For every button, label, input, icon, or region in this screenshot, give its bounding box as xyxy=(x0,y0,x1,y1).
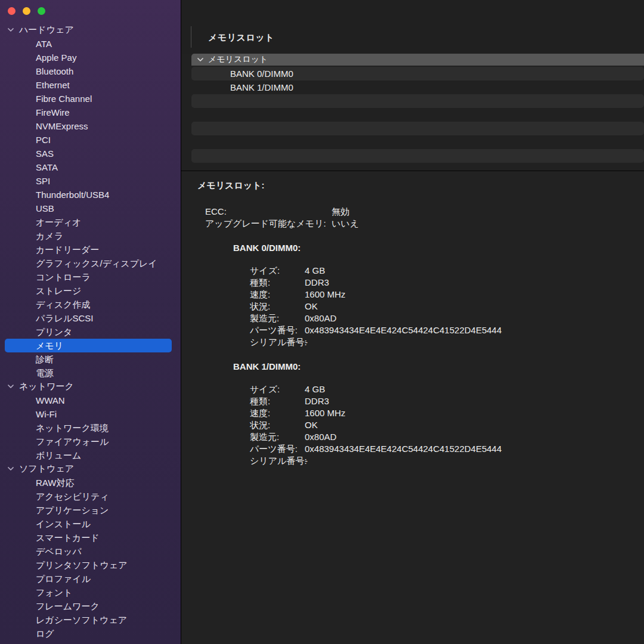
bank-sections: BANK 0/DIMM0:サイズ:4 GB種類:DDR3速度:1600 MHz状… xyxy=(197,243,632,467)
sidebar-item[interactable]: ログ xyxy=(5,627,172,640)
sidebar-item[interactable]: ディスク作成 xyxy=(5,298,172,311)
sidebar-item[interactable]: SATA xyxy=(5,160,172,174)
detail-label: 製造元: xyxy=(250,312,305,324)
sidebar-item-label: RAW対応 xyxy=(36,478,74,488)
table-row[interactable]: BANK 0/DIMM0 xyxy=(191,67,644,80)
sidebar-item-label: カードリーダー xyxy=(36,244,99,255)
sidebar-item[interactable]: RAW対応 xyxy=(5,476,172,490)
sidebar-item[interactable]: ATA xyxy=(5,37,172,51)
sidebar-item[interactable]: Fibre Channel xyxy=(5,92,172,106)
chevron-down-icon xyxy=(8,385,14,389)
sidebar-item[interactable]: SPI xyxy=(5,174,172,188)
sidebar-item-label: 電源 xyxy=(36,368,54,378)
sidebar-item[interactable]: ボリューム xyxy=(5,448,172,462)
sidebar-item[interactable]: フレームワーク xyxy=(5,599,172,613)
sidebar-item[interactable]: レガシーソフトウェア xyxy=(5,613,172,627)
sidebar-item[interactable]: ネットワーク環境 xyxy=(5,421,172,435)
sidebar-item-label: ディスク作成 xyxy=(36,299,90,309)
detail-row: 速度:1600 MHz xyxy=(197,407,632,419)
sidebar-item[interactable]: Thunderbolt/USB4 xyxy=(5,188,172,202)
summary-row: ECC:無効 xyxy=(197,206,632,218)
zoom-button[interactable] xyxy=(38,7,45,15)
sidebar-section-0[interactable]: ハードウェア xyxy=(0,23,181,37)
sidebar-item-label: Bluetooth xyxy=(36,66,73,76)
minimize-button[interactable] xyxy=(23,7,30,15)
sidebar-item[interactable]: PCI xyxy=(5,133,172,147)
detail-value: 4 GB xyxy=(305,265,325,277)
sidebar-item[interactable]: インストール xyxy=(5,517,172,531)
sidebar-item[interactable]: デベロッパ xyxy=(5,544,172,558)
sidebar-nav: ハードウェアATAApple PayBluetoothEthernetFibre… xyxy=(0,19,181,640)
bank-heading: BANK 0/DIMM0: xyxy=(197,243,632,253)
sidebar-item[interactable]: USB xyxy=(5,202,172,215)
sidebar-item[interactable]: プリンタ xyxy=(5,325,172,339)
sidebar-item[interactable]: アプリケーション xyxy=(5,503,172,517)
detail-label: 状況: xyxy=(250,301,305,312)
detail-row: サイズ:4 GB xyxy=(197,265,632,277)
memory-slots-table: メモリスロット BANK 0/DIMM0BANK 1/DIMM0 xyxy=(181,54,644,171)
sidebar-item[interactable]: ストレージ xyxy=(5,284,172,298)
chevron-down-icon xyxy=(197,58,203,62)
sidebar-item-label: Wi-Fi xyxy=(36,409,57,419)
sidebar-item[interactable]: Wi-Fi xyxy=(5,407,172,421)
table-row[interactable]: BANK 1/DIMM0 xyxy=(191,80,644,94)
sidebar-item-label: WWAN xyxy=(36,395,65,405)
sidebar-item[interactable]: プリンタソフトウェア xyxy=(5,558,172,572)
detail-row: 速度:1600 MHz xyxy=(197,289,632,301)
sidebar-item-label: コントローラ xyxy=(36,272,91,282)
detail-label: サイズ: xyxy=(250,265,305,277)
sidebar-item-label: インストール xyxy=(36,519,91,529)
sidebar-item[interactable]: プロファイル xyxy=(5,572,172,586)
sidebar-section-2[interactable]: ソフトウェア xyxy=(0,462,181,476)
page-title: メモリスロット xyxy=(208,32,274,44)
table-empty-row xyxy=(191,94,644,108)
table-header[interactable]: メモリスロット xyxy=(191,54,644,66)
table-empty-row xyxy=(191,108,644,122)
toolbar-divider xyxy=(191,26,191,48)
detail-label: パーツ番号: xyxy=(250,324,305,336)
detail-label: シリアル番号: xyxy=(250,455,305,467)
sidebar-item-label: SAS xyxy=(36,148,54,159)
sidebar-item[interactable]: コントローラ xyxy=(5,270,172,284)
detail-value: 0x483943434E4E4E424C54424C41522D4E5444 xyxy=(305,443,501,455)
bank-rows: サイズ:4 GB種類:DDR3速度:1600 MHz状況:OK製造元:0x80A… xyxy=(197,265,632,348)
sidebar-item[interactable]: NVMExpress xyxy=(5,119,172,133)
sidebar-item[interactable]: 電源 xyxy=(5,366,172,380)
sidebar-item-label: FireWire xyxy=(36,107,70,117)
sidebar-item[interactable]: Bluetooth xyxy=(5,64,172,78)
sidebar-item-label: PCI xyxy=(36,135,51,145)
sidebar-section-1[interactable]: ネットワーク xyxy=(0,380,181,394)
sidebar-item-label: ログ xyxy=(36,628,54,639)
sidebar-item-label: Fibre Channel xyxy=(36,94,92,104)
sidebar-item[interactable]: グラフィックス/ディスプレイ xyxy=(5,256,172,270)
detail-value: DDR3 xyxy=(305,277,329,289)
summary-value: いいえ xyxy=(332,218,359,230)
sidebar-item-label: ネットワーク環境 xyxy=(36,423,109,433)
sidebar-item[interactable]: SAS xyxy=(5,147,172,160)
sidebar-item[interactable]: ファイアウォール xyxy=(5,435,172,448)
sidebar-item[interactable]: メモリ xyxy=(5,339,172,352)
sidebar-item-label: 診断 xyxy=(36,354,54,364)
sidebar-item[interactable]: 診断 xyxy=(5,352,172,366)
sidebar-item[interactable]: フォント xyxy=(5,586,172,599)
close-button[interactable] xyxy=(8,7,16,15)
sidebar-item[interactable]: Ethernet xyxy=(5,78,172,92)
sidebar-item-label: グラフィックス/ディスプレイ xyxy=(36,258,157,268)
sidebar-item[interactable]: オーディオ xyxy=(5,215,172,229)
sidebar-item[interactable]: スマートカード xyxy=(5,531,172,544)
summary-rows: ECC:無効アップグレード可能なメモリ:いいえ xyxy=(197,206,632,230)
sidebar-item-label: プリンタ xyxy=(36,327,72,337)
sidebar-item[interactable]: パラレルSCSI xyxy=(5,311,172,325)
detail-value: - xyxy=(305,455,308,467)
sidebar-item[interactable]: カメラ xyxy=(5,229,172,243)
chevron-down-icon xyxy=(8,467,14,471)
sidebar-item-label: NVMExpress xyxy=(36,121,88,131)
sidebar-item[interactable]: FireWire xyxy=(5,106,172,119)
detail-row: シリアル番号:- xyxy=(197,336,632,348)
sidebar-item[interactable]: アクセシビリティ xyxy=(5,490,172,503)
sidebar-item[interactable]: カードリーダー xyxy=(5,243,172,256)
detail-label: 速度: xyxy=(250,407,305,419)
system-information-window: ハードウェアATAApple PayBluetoothEthernetFibre… xyxy=(0,0,644,644)
sidebar-item[interactable]: Apple Pay xyxy=(5,51,172,64)
sidebar-item[interactable]: WWAN xyxy=(5,394,172,407)
